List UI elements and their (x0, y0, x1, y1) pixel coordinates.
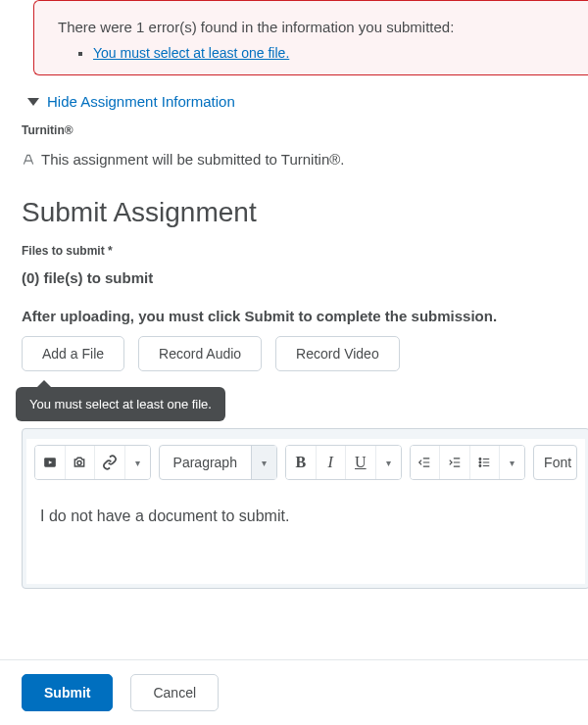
bold-button[interactable]: B (286, 446, 317, 479)
indent-button[interactable] (440, 446, 470, 479)
turnitin-icon (22, 153, 35, 167)
bullet-list-button[interactable] (470, 446, 501, 479)
font-family-select[interactable]: Font Fa (533, 445, 577, 480)
files-to-submit-label: Files to submit * (22, 244, 588, 258)
list-group: ▾ (410, 445, 526, 480)
error-heading: There were 1 error(s) found in the infor… (58, 19, 564, 35)
paragraph-style-label: Paragraph (160, 455, 251, 470)
svg-point-9 (479, 459, 481, 460)
error-panel: There were 1 error(s) found in the infor… (33, 0, 588, 75)
record-video-button[interactable]: Record Video (275, 336, 400, 371)
turnitin-notice-row: This assignment will be submitted to Tur… (22, 151, 588, 168)
tooltip-wrap: You must select at least one file. (16, 379, 588, 418)
chevron-down-icon: ▾ (251, 446, 276, 479)
record-audio-button[interactable]: Record Audio (138, 336, 262, 371)
error-link[interactable]: You must select at least one file. (93, 45, 289, 61)
footer-bar: Submit Cancel (0, 659, 588, 725)
format-more-dropdown[interactable]: ▾ (376, 446, 401, 479)
editor-toolbar: ▾ Paragraph ▾ B I U ▾ ▾ Font Fa (26, 439, 585, 486)
file-buttons-row: Add a File Record Audio Record Video (22, 336, 588, 371)
hide-assignment-info-toggle[interactable]: Hide Assignment Information (27, 93, 588, 110)
files-count: (0) file(s) to submit (22, 269, 588, 286)
insert-group: ▾ (34, 445, 151, 480)
validation-tooltip: You must select at least one file. (16, 387, 225, 421)
editor-textarea[interactable]: I do not have a document to submit. (26, 486, 585, 584)
underline-button[interactable]: U (346, 446, 376, 479)
add-a-file-button[interactable]: Add a File (22, 336, 124, 371)
cancel-button[interactable]: Cancel (130, 674, 219, 711)
error-item: You must select at least one file. (93, 45, 564, 61)
list-more-dropdown[interactable]: ▾ (500, 446, 524, 479)
section-title: Submit Assignment (22, 197, 588, 228)
svg-point-2 (77, 461, 81, 465)
submit-button[interactable]: Submit (22, 674, 113, 711)
error-list: You must select at least one file. (58, 45, 564, 61)
insert-link-button[interactable] (95, 446, 125, 479)
svg-point-10 (479, 461, 481, 463)
insert-more-dropdown[interactable]: ▾ (125, 446, 150, 479)
caret-down-icon (27, 98, 39, 106)
font-family-label: Font Fa (544, 455, 577, 470)
outdent-button[interactable] (411, 446, 441, 479)
rich-text-editor: ▾ Paragraph ▾ B I U ▾ ▾ Font Fa (22, 428, 588, 589)
turnitin-label: Turnitin® (22, 123, 588, 137)
insert-media-button[interactable] (35, 446, 66, 479)
svg-point-11 (479, 465, 481, 467)
turnitin-notice-text: This assignment will be submitted to Tur… (41, 151, 345, 168)
upload-note: After uploading, you must click Submit t… (22, 308, 588, 324)
insert-image-button[interactable] (66, 446, 96, 479)
italic-button[interactable]: I (317, 446, 347, 479)
paragraph-style-select[interactable]: Paragraph ▾ (159, 445, 277, 480)
hide-assignment-info-label: Hide Assignment Information (47, 93, 235, 110)
format-group: B I U ▾ (285, 445, 402, 480)
